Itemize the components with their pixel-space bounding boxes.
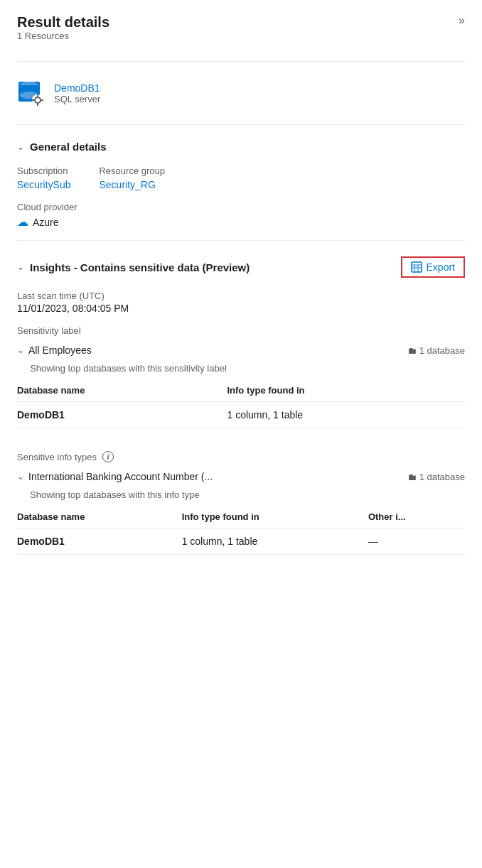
iban-info-type-cell: 1 column, 1 table	[182, 528, 368, 555]
subscription-label: Subscription	[17, 166, 70, 176]
resources-count: 1 Resources	[17, 31, 109, 41]
all-employees-table: Database name Info type found in DemoDB1…	[17, 379, 465, 428]
svg-point-8	[36, 98, 40, 102]
chevron-down-icon: ⌄	[17, 142, 24, 152]
info-type-cell: 1 column, 1 table	[227, 402, 465, 428]
resource-type: SQL server	[54, 94, 100, 104]
all-employees-label: All Employees	[28, 345, 92, 356]
cloud-provider-value: Azure	[33, 217, 59, 228]
iban-table: Database name Info type found in Other i…	[17, 506, 465, 555]
iban-label-row: ⌄ International Banking Account Number (…	[17, 471, 213, 482]
iban-showing-text: Showing top databases with this info typ…	[30, 489, 465, 500]
resource-group-value[interactable]: Security_RG	[99, 179, 165, 190]
resource-divider	[17, 124, 465, 125]
general-details-section: ⌄ General details Subscription SecurityS…	[17, 134, 465, 229]
insights-chevron-icon: ⌄	[17, 262, 24, 272]
all-employees-showing-text: Showing top databases with this sensitiv…	[30, 363, 465, 374]
cloud-provider-field: Cloud provider ☁ Azure	[17, 202, 465, 229]
subscription-field: Subscription SecuritySub	[17, 166, 70, 190]
sensitive-title-row: Sensitive info types i	[17, 451, 465, 462]
resource-group-field: Resource group Security_RG	[99, 166, 165, 190]
resource-group-label: Resource group	[99, 166, 165, 176]
resource-info: DemoDB1 SQL server	[54, 82, 100, 104]
scan-time-value: 11/01/2023, 08:04:05 PM	[17, 303, 465, 314]
svg-rect-11	[32, 99, 34, 101]
insights-title: Insights - Contains sensitive data (Prev…	[30, 261, 250, 273]
export-button[interactable]: Export	[401, 256, 465, 278]
insights-section: ⌄ Insights - Contains sensitive data (Pr…	[17, 249, 465, 428]
info-icon[interactable]: i	[102, 451, 114, 462]
sensitivity-label-title: Sensitivity label	[17, 325, 465, 336]
insights-content: Last scan time (UTC) 11/01/2023, 08:04:0…	[17, 291, 465, 428]
db-name-cell: DemoDB1	[17, 402, 227, 428]
all-employees-db-count: 🖿 1 database	[407, 345, 465, 356]
database-icon: 🖿	[407, 345, 417, 356]
iban-col-other: Other i...	[368, 506, 465, 528]
expand-icon[interactable]: »	[459, 14, 465, 27]
sensitive-info-title: Sensitive info types	[17, 452, 97, 462]
page-title: Result details	[17, 14, 109, 31]
general-divider	[17, 240, 465, 241]
page-container: Result details 1 Resources »	[0, 0, 482, 569]
iban-table-row: DemoDB1 1 column, 1 table —	[17, 528, 465, 555]
general-details-content: Subscription SecuritySub Resource group …	[17, 166, 465, 229]
field-group-top: Subscription SecuritySub Resource group …	[17, 166, 465, 190]
label-name-row: ⌄ All Employees	[17, 345, 92, 356]
iban-other-cell: —	[368, 528, 465, 555]
iban-chevron-icon: ⌄	[17, 472, 24, 482]
header-row: Result details 1 Resources »	[17, 14, 465, 53]
sql-icon	[17, 79, 45, 107]
sensitive-info-section: Sensitive info types i ⌄ International B…	[17, 451, 465, 555]
header-divider	[17, 61, 465, 62]
iban-col-db-name: Database name	[17, 506, 182, 528]
svg-rect-9	[37, 94, 38, 97]
svg-rect-10	[37, 104, 38, 106]
iban-col-info-type: Info type found in	[182, 506, 368, 528]
export-table-icon	[411, 261, 422, 273]
subscription-value[interactable]: SecuritySub	[17, 179, 70, 190]
svg-rect-13	[412, 262, 422, 272]
iban-row[interactable]: ⌄ International Banking Account Number (…	[17, 468, 465, 485]
col-header-db-name: Database name	[17, 379, 227, 402]
table-row: DemoDB1 1 column, 1 table	[17, 402, 465, 428]
resource-name[interactable]: DemoDB1	[54, 82, 100, 94]
iban-db-count: 🖿 1 database	[407, 472, 465, 482]
col-header-info-type: Info type found in	[227, 379, 465, 402]
general-details-title: General details	[30, 141, 107, 153]
iban-database-icon: 🖿	[407, 472, 417, 482]
general-details-header[interactable]: ⌄ General details	[17, 134, 465, 160]
scan-time-label: Last scan time (UTC)	[17, 291, 465, 301]
svg-rect-12	[41, 99, 43, 101]
all-employees-chevron-icon: ⌄	[17, 345, 24, 355]
cloud-icon: ☁	[17, 215, 28, 229]
cloud-provider-value-row: ☁ Azure	[17, 215, 465, 229]
cloud-provider-label: Cloud provider	[17, 202, 465, 212]
resource-row: DemoDB1 SQL server	[17, 70, 465, 116]
all-employees-row[interactable]: ⌄ All Employees 🖿 1 database	[17, 342, 465, 359]
title-area: Result details 1 Resources	[17, 14, 109, 53]
export-label: Export	[427, 261, 455, 273]
insights-header-row: ⌄ Insights - Contains sensitive data (Pr…	[17, 249, 465, 285]
iban-db-name-cell: DemoDB1	[17, 528, 182, 555]
iban-label: International Banking Account Number (..…	[28, 471, 213, 482]
insights-section-header[interactable]: ⌄ Insights - Contains sensitive data (Pr…	[17, 261, 250, 273]
